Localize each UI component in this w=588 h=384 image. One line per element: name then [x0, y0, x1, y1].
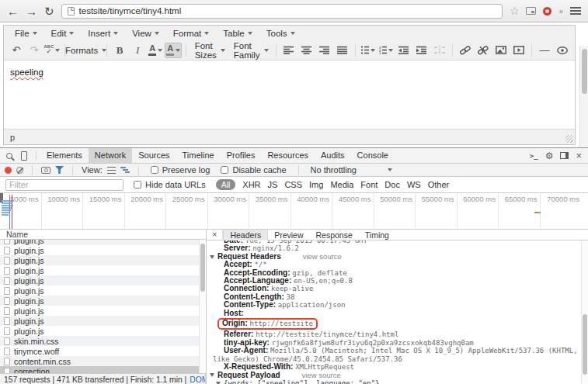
filter-type-all[interactable]: All — [216, 179, 236, 190]
search-icon[interactable] — [6, 153, 12, 159]
filter-type-font[interactable]: Font — [360, 180, 378, 189]
view-source-link[interactable]: view source — [303, 253, 342, 261]
request-headers-section[interactable]: Request Headersview source — [207, 253, 581, 261]
tab-headers[interactable]: Headers — [223, 230, 268, 240]
request-row[interactable]: plugin.js — [0, 306, 199, 316]
hide-data-urls-checkbox[interactable]: Hide data URLs — [130, 180, 209, 189]
preserve-log-checkbox[interactable]: Preserve log — [148, 165, 214, 175]
text-color-button[interactable]: A — [147, 43, 164, 58]
filter-input[interactable] — [5, 179, 124, 191]
tab-audits[interactable]: Audits — [315, 148, 351, 163]
back-arrow-icon[interactable]: ← — [7, 5, 19, 17]
pagebreak-button[interactable] — [431, 43, 448, 58]
tab-sources[interactable]: Sources — [132, 148, 176, 163]
tab-timing[interactable]: Timing — [359, 230, 395, 240]
filter-type-media[interactable]: Media — [330, 180, 353, 189]
request-row[interactable]: plugin.js — [0, 326, 199, 336]
reload-icon[interactable]: ↻ — [44, 5, 54, 17]
tab-console[interactable]: Console — [351, 148, 395, 163]
filter-type-other[interactable]: Other — [428, 180, 450, 189]
link-button[interactable] — [457, 43, 474, 58]
request-payload-section[interactable]: Request Payloadview source — [207, 372, 581, 379]
indent-button[interactable] — [413, 43, 430, 58]
tab-network[interactable]: Network — [89, 148, 132, 163]
url-text[interactable]: testsite/tinymce/tiny4.html — [79, 6, 182, 16]
close-icon[interactable]: × — [576, 150, 582, 161]
address-bar[interactable]: testsite/tinymce/tiny4.html — [61, 4, 503, 19]
align-right-button[interactable] — [316, 43, 333, 58]
font-family-dropdown[interactable]: Font Family — [230, 43, 272, 58]
filter-type-doc[interactable]: Doc — [384, 180, 400, 189]
tab-preview[interactable]: Preview — [268, 230, 309, 240]
device-toggle-icon[interactable] — [21, 151, 27, 161]
element-path[interactable]: p — [10, 133, 15, 142]
filter-funnel-icon[interactable] — [55, 166, 64, 174]
image-button[interactable] — [492, 43, 510, 58]
italic-button[interactable]: I — [129, 43, 146, 58]
request-row[interactable]: content.min.css — [0, 356, 199, 366]
editor-content[interactable]: speeling — [4, 61, 575, 129]
menu-edit[interactable]: Edit — [44, 27, 82, 40]
request-row[interactable]: plugin.js — [0, 285, 199, 296]
undo-button[interactable]: ↶ — [8, 43, 25, 58]
menu-tools[interactable]: Tools — [259, 27, 302, 40]
filter-type-xhr[interactable]: XHR — [242, 180, 260, 189]
misspelled-word[interactable]: speeling — [10, 67, 43, 77]
throttling-dropdown[interactable]: No throttling — [308, 165, 395, 175]
overflow-chevron-icon[interactable]: » — [558, 7, 563, 16]
tab-timeline[interactable]: Timeline — [176, 148, 221, 163]
checkbox-icon[interactable] — [221, 166, 228, 174]
filter-type-js[interactable]: JS — [268, 180, 278, 189]
horizontal-rule-button[interactable]: — — [536, 43, 553, 58]
bullet-list-button[interactable] — [360, 43, 377, 58]
forward-arrow-icon[interactable]: → — [26, 5, 37, 17]
outdent-button[interactable] — [395, 43, 412, 58]
clear-icon[interactable] — [16, 167, 23, 174]
preview-button[interactable] — [554, 43, 571, 58]
filter-type-img[interactable]: Img — [309, 180, 323, 189]
domcontentloaded-link[interactable]: DOMContentLo… — [190, 375, 206, 384]
record-network-icon[interactable] — [5, 167, 12, 174]
background-color-button[interactable]: A — [165, 43, 182, 58]
request-row[interactable]: plugin.js — [0, 255, 199, 265]
request-row[interactable]: plugin.js — [0, 275, 199, 285]
justify-button[interactable] — [334, 43, 351, 58]
request-row[interactable]: tinymce.woff — [0, 346, 199, 356]
request-row-selected[interactable]: correction — [0, 366, 199, 373]
cast-icon[interactable] — [526, 7, 536, 15]
request-row[interactable]: plugin.js — [0, 265, 199, 275]
close-details-icon[interactable]: × — [207, 230, 223, 239]
tab-profiles[interactable]: Profiles — [221, 148, 262, 163]
column-header-name[interactable]: Name — [0, 230, 206, 240]
menu-file[interactable]: File — [8, 27, 44, 40]
filter-type-css[interactable]: CSS — [284, 180, 302, 189]
menu-format[interactable]: Format — [166, 27, 216, 40]
resize-grip-icon[interactable] — [565, 135, 573, 143]
request-row[interactable]: plugin.js — [0, 316, 199, 326]
disable-cache-checkbox[interactable]: Disable cache — [217, 165, 289, 175]
align-center-button[interactable] — [298, 43, 315, 58]
numbered-list-button[interactable]: 123 — [378, 43, 395, 58]
requests-scrollbar[interactable] — [199, 240, 206, 373]
align-left-button[interactable] — [280, 43, 297, 58]
formats-dropdown[interactable]: Formats — [69, 43, 103, 58]
payload-preview[interactable]: {words: ["speeling"], language: "en"} — [207, 379, 581, 384]
tab-elements[interactable]: Elements — [40, 148, 89, 163]
network-overview-timeline[interactable]: 5000 ms 10000 ms 15000 ms 20000 ms 25000… — [0, 193, 588, 230]
scrollbar-thumb[interactable] — [583, 314, 587, 375]
record-icon[interactable] — [543, 7, 551, 16]
filter-type-ws[interactable]: WS — [407, 180, 421, 189]
checkbox-icon[interactable] — [151, 166, 158, 174]
redo-button[interactable]: ↷ — [26, 43, 43, 58]
checkbox-icon[interactable] — [134, 181, 141, 189]
console-drawer-icon[interactable]: >_ — [530, 152, 538, 160]
list-view-icon[interactable] — [107, 167, 116, 174]
tab-resources[interactable]: Resources — [261, 148, 315, 163]
waterfall-view-icon[interactable] — [120, 166, 130, 174]
scrollbar-thumb[interactable] — [582, 49, 587, 94]
scrollbar-thumb[interactable] — [200, 244, 205, 292]
request-row[interactable]: skin.min.css — [0, 336, 199, 346]
menu-table[interactable]: Table — [216, 27, 259, 40]
request-row[interactable]: plugin.js — [0, 240, 199, 245]
bold-button[interactable]: B — [111, 43, 128, 58]
